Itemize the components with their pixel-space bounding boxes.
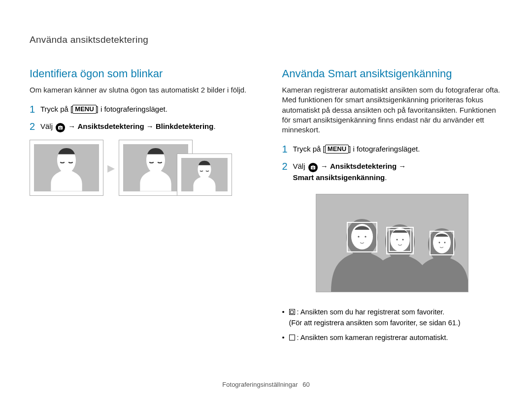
- face-box-single: [430, 231, 454, 255]
- text: Tryck på [: [40, 105, 72, 113]
- right-steps: 1 Tryck på [MENU] i fotograferingsläget.…: [282, 144, 503, 183]
- step-body: Tryck på [MENU] i fotograferingsläget.: [293, 144, 420, 155]
- arrow: →: [397, 162, 406, 170]
- left-steps: 1 Tryck på [MENU] i fotograferingsläget.…: [30, 104, 250, 132]
- face-box-single: [347, 222, 377, 252]
- right-step-2: 2 Välj → Ansiktsdetektering → Smart ansi…: [282, 161, 503, 184]
- text: .: [213, 122, 215, 130]
- right-step-1: 1 Tryck på [MENU] i fotograferingsläget.: [282, 144, 503, 155]
- right-intro: Kameran registrerar automatiskt ansikten…: [282, 85, 503, 135]
- section-title: Använda ansiktsdetektering: [30, 34, 502, 45]
- legend: • : Ansikten som du har registrerat som …: [282, 307, 503, 343]
- page-footer: Fotograferingsinställningar 60: [0, 381, 532, 388]
- menu-button-label: MENU: [72, 105, 96, 114]
- text: ] i fotograferingsläget.: [97, 105, 167, 113]
- double-square-icon: [289, 309, 295, 315]
- step-body: Välj → Ansiktsdetektering → Blinkdetekte…: [40, 121, 216, 132]
- arrow: →: [66, 122, 77, 130]
- text: (För att registrera ansikten som favorit…: [289, 319, 461, 327]
- camera-icon: [308, 163, 318, 172]
- manual-page: Använda ansiktsdetektering Identifiera ö…: [0, 0, 532, 401]
- left-step-2: 2 Välj → Ansiktsdetektering → Blinkdetek…: [30, 121, 250, 132]
- legend-text: : Ansikten som du har registrerat som fa…: [289, 307, 461, 329]
- left-heading: Identifiera ögon som blinkar: [30, 67, 250, 80]
- right-column: Använda Smart ansiktsigenkänning Kameran…: [282, 67, 503, 347]
- right-heading: Använda Smart ansiktsigenkänning: [282, 67, 503, 80]
- footer-label: Fotograferingsinställningar: [222, 381, 298, 388]
- left-intro: Om kameran känner av slutna ögon tas aut…: [30, 85, 250, 95]
- menu-path: Ansiktsdetektering: [330, 162, 397, 170]
- group-illustration: [282, 194, 503, 292]
- text: : Ansikten som kameran registrerar autom…: [297, 334, 448, 341]
- menu-path: Ansiktsdetektering: [78, 122, 144, 130]
- arrow: →: [319, 162, 330, 170]
- menu-button-label: MENU: [325, 145, 349, 154]
- photo-inner: [34, 144, 99, 191]
- text: Tryck på [: [293, 145, 325, 153]
- menu-path: Blinkdetektering: [156, 122, 214, 130]
- photo-pair: [119, 140, 232, 196]
- step-body: Tryck på [MENU] i fotograferingsläget.: [40, 104, 167, 115]
- camera-icon: [56, 123, 65, 132]
- photo-frame-pair-front: [177, 154, 232, 196]
- photo-frame-single: [30, 140, 103, 196]
- face-silhouette-icon: [40, 144, 93, 191]
- page-number: 60: [302, 381, 309, 388]
- single-square-icon: [289, 335, 295, 340]
- face-box-double: [386, 227, 414, 254]
- legend-item-favorite: • : Ansikten som du har registrerat som …: [282, 307, 503, 329]
- menu-path: Smart ansiktsigenkänning: [293, 173, 385, 182]
- left-step-1: 1 Tryck på [MENU] i fotograferingsläget.: [30, 104, 250, 115]
- step-number: 2: [30, 121, 40, 132]
- face-silhouette-icon: [186, 158, 223, 191]
- arrow: →: [144, 122, 156, 130]
- step-number: 2: [282, 161, 293, 172]
- text: : Ansikten som du har registrerat som fa…: [297, 308, 445, 316]
- step-body: Välj → Ansiktsdetektering → Smart ansikt…: [293, 161, 406, 184]
- step-number: 1: [30, 104, 40, 115]
- text: Välj: [293, 162, 307, 170]
- legend-text: : Ansikten som kameran registrerar autom…: [289, 333, 448, 343]
- legend-item-auto: • : Ansikten som kameran registrerar aut…: [282, 333, 503, 343]
- content-columns: Identifiera ögon som blinkar Om kameran …: [30, 67, 502, 347]
- text: ] i fotograferingsläget.: [349, 145, 420, 153]
- step-number: 1: [282, 144, 293, 154]
- text: .: [385, 173, 387, 182]
- blink-illustration: ▸: [30, 140, 250, 196]
- triangle-arrow-icon: ▸: [107, 159, 115, 176]
- text: Välj: [40, 122, 55, 130]
- face-silhouette-icon: [130, 144, 182, 191]
- bullet: •: [282, 307, 289, 318]
- left-column: Identifiera ögon som blinkar Om kameran …: [30, 67, 250, 347]
- group-photo: [316, 194, 468, 292]
- bullet: •: [282, 333, 289, 343]
